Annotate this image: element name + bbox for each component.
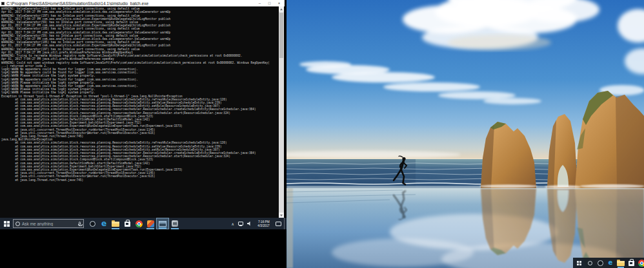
cortana-icon [15,222,20,226]
taskbar-left: e ∧ 7:16 PM 4/3/2017 [0,218,287,229]
open-indicator [159,227,166,229]
taskbar-item-gray-app[interactable] [169,218,181,229]
cortana-button[interactable] [585,258,595,268]
taskbar-item-edge[interactable]: e [98,218,110,229]
close-button[interactable]: × [274,0,284,6]
scrollbar-thumb[interactable] [279,13,283,58]
open-indicator [171,228,179,229]
task-view-button[interactable] [595,258,605,268]
taskbar-item-store[interactable] [626,258,636,268]
console-app-icon [1,2,5,5]
volume-icon[interactable] [247,222,252,226]
windows-logo-icon [577,261,581,265]
store-icon [125,222,130,227]
sas-studio-icon [147,220,154,227]
chrome-icon [136,220,143,227]
taskbar-item-file-explorer[interactable] [110,218,121,229]
edge-icon: e [609,260,613,266]
taskbar-clock[interactable]: 7:16 PM 4/3/2017 [254,217,273,231]
console-window: C:\Program Files\SASHome\SASSimulationSt… [0,0,285,218]
start-button[interactable] [573,258,585,268]
task-view-icon [598,260,603,266]
system-tray: ∧ 7:16 PM 4/3/2017 [230,218,287,229]
file-explorer-icon [617,261,625,266]
taskbar-item-chrome[interactable] [636,258,644,268]
desktop-screenshot: C:\Program Files\SASHome\SASSimulationSt… [0,0,644,268]
minimize-button[interactable]: – [255,0,265,6]
scroll-down-icon[interactable] [279,213,284,218]
gray-app-icon [172,220,178,227]
open-indicator [146,228,154,229]
edge-icon: e [101,220,106,227]
scroll-up-icon[interactable] [279,6,284,12]
cortana-icon [588,261,592,265]
microphone-icon[interactable] [79,222,81,225]
clock-time: 7:16 PM [258,220,270,224]
clock-date: 4/3/2017 [257,224,269,227]
file-explorer-icon [112,222,119,227]
chrome-icon [638,260,644,267]
taskbar-item-console-active[interactable] [156,218,169,229]
taskbar-item-file-explorer[interactable] [616,258,626,268]
taskbar-item-edge[interactable]: e [605,258,616,268]
windows-logo-icon [4,221,10,227]
tray-chevron-up-icon[interactable]: ∧ [230,222,236,226]
network-icon[interactable] [238,222,243,225]
open-indicator [112,228,119,229]
task-view-icon [90,221,96,227]
cortana-search-box[interactable] [13,219,84,228]
taskbar-item-sas-studio[interactable] [145,218,156,229]
console-window-icon [159,221,166,227]
search-input[interactable] [22,220,77,227]
console-output: WARNING: ValueGenerator(151) has no InVa… [0,6,285,218]
action-center-icon[interactable] [276,222,281,226]
store-icon [629,261,634,266]
right-monitor: e ∧ 7:16 PM 4/3/2017 [287,0,644,268]
window-title: C:\Program Files\SASHome\SASSimulationSt… [6,1,255,6]
console-titlebar[interactable]: C:\Program Files\SASHome\SASSimulationSt… [0,0,284,6]
beach-wallpaper [287,0,644,268]
start-button[interactable] [0,218,13,229]
taskbar-item-store[interactable] [121,218,133,229]
taskbar-item-chrome[interactable] [133,218,145,229]
console-log-text: WARNING: ValueGenerator(151) has no InVa… [1,7,279,182]
taskbar-right: e ∧ 7:16 PM 4/3/2017 [573,258,644,268]
vertical-scrollbar[interactable] [279,6,284,218]
left-monitor: C:\Program Files\SASHome\SASSimulationSt… [0,0,287,268]
task-view-button[interactable] [86,218,98,229]
maximize-button[interactable]: □ [265,0,274,6]
